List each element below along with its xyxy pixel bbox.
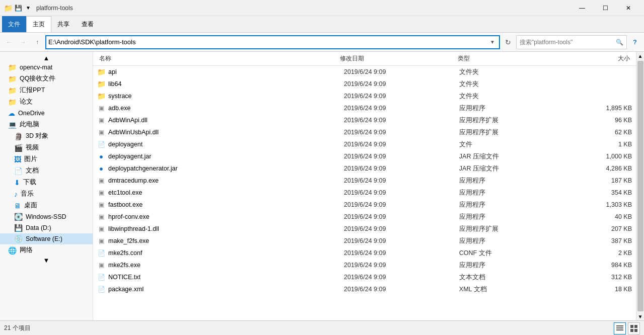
file-type: 文件夹 [459,92,553,101]
folder-icon: 📁 [8,98,17,106]
address-dropdown-icon[interactable]: ▼ [488,39,497,45]
scroll-thumb[interactable] [637,61,643,311]
file-name: package.xml [108,286,344,293]
detail-view-button[interactable] [614,322,626,334]
col-header-size[interactable]: 大小 [552,54,632,63]
forward-button[interactable]: → [17,36,29,48]
vertical-scrollbar[interactable]: ▲ ▼ [636,52,644,320]
sidebar-item-this-pc[interactable]: 💻 此电脑 [0,119,93,130]
maximize-button[interactable]: ☐ [594,0,617,16]
drive-icon: 💾 [14,224,23,232]
file-date: 2019/6/24 9:09 [344,117,459,124]
file-name: fastboot.exe [108,201,344,208]
sidebar-scroll-up[interactable]: ▲ [0,54,93,62]
file-size: 1,895 KB [553,105,632,112]
sidebar-item-3d-objects[interactable]: 🗿 3D 对象 [0,130,93,142]
file-date: 2019/6/24 9:09 [344,80,459,88]
file-name: NOTICE.txt [108,274,344,281]
sidebar-item-data-d[interactable]: 💾 Data (D:) [0,222,93,233]
table-row[interactable]: 📁 api 2019/6/24 9:09 文件夹 [93,66,636,78]
file-size: 984 KB [553,262,632,269]
file-date: 2019/6/24 9:09 [344,153,459,160]
drive-icon: 💽 [14,213,23,221]
tab-share[interactable]: 共享 [51,16,76,32]
table-row[interactable]: ● deployagent.jar 2019/6/24 9:09 JAR 压缩文… [93,150,636,162]
sidebar-item-documents[interactable]: 📄 文档 [0,165,93,177]
file-size: 387 KB [553,237,632,244]
table-row[interactable]: ▣ make_f2fs.exe 2019/6/24 9:09 应用程序 387 … [93,235,636,247]
table-row[interactable]: ▣ adb.exe 2019/6/24 9:09 应用程序 1,895 KB [93,102,636,114]
up-button[interactable]: ↑ [31,36,43,48]
file-type: 应用程序 [459,237,553,245]
address-input-wrap[interactable]: ▼ [45,35,500,49]
file-type: 应用程序扩展 [459,225,553,233]
col-header-type[interactable]: 类型 [456,54,552,63]
sidebar-item-network[interactable]: 🌐 网络 [0,244,93,256]
sidebar-item-software-e[interactable]: 💿 Software (E:) [0,233,93,244]
file-size: 354 KB [553,189,632,196]
table-row[interactable]: 📁 systrace 2019/6/24 9:09 文件夹 [93,90,636,102]
sidebar-item-qq-recv[interactable]: 📁 QQ接收文件 [0,73,93,85]
search-input[interactable] [520,39,616,46]
file-name: mke2fs.exe [108,262,344,269]
tab-view[interactable]: 查看 [76,16,100,32]
title-bar-icons: 📁 💾 ▼ [4,4,32,12]
item-count: 21 个项目 [4,324,31,332]
search-box[interactable]: 🔍 [516,35,627,49]
col-header-name[interactable]: 名称 [97,54,338,63]
picture-icon: 🖼 [14,155,21,163]
sidebar-item-report-ppt[interactable]: 📁 汇报PPT [0,85,93,96]
network-icon: 🌐 [8,246,17,255]
file-type: 应用程序扩展 [459,116,553,125]
sidebar-item-opencv-mat[interactable]: 📁 opencv-mat [0,62,93,73]
main-container: ▲ 📁 opencv-mat 📁 QQ接收文件 📁 汇报PPT 📁 论文 ☁ O… [0,52,644,320]
file-type: 文本文档 [459,273,553,282]
tile-view-button[interactable] [628,322,640,334]
table-row[interactable]: 📄 mke2fs.conf 2019/6/24 9:09 CONF 文件 2 K… [93,247,636,259]
sidebar-item-label: 图片 [24,155,37,163]
table-row[interactable]: 📄 package.xml 2019/6/24 9:09 XML 文档 18 K… [93,283,636,295]
scroll-down-arrow[interactable]: ▼ [636,312,645,320]
table-row[interactable]: ▣ mke2fs.exe 2019/6/24 9:09 应用程序 984 KB [93,259,636,271]
table-row[interactable]: 📁 lib64 2019/6/24 9:09 文件夹 [93,78,636,90]
file-name: AdbWinApi.dll [108,117,344,124]
sidebar-item-music[interactable]: ♪ 音乐 [0,188,93,200]
table-row[interactable]: ▣ etc1tool.exe 2019/6/24 9:09 应用程序 354 K… [93,187,636,199]
file-size: 1,303 KB [553,201,632,208]
back-button[interactable]: ← [3,36,15,48]
sidebar-item-videos[interactable]: 🎬 视频 [0,142,93,153]
table-row[interactable]: ▣ hprof-conv.exe 2019/6/24 9:09 应用程序 40 … [93,211,636,223]
minimize-button[interactable]: — [570,0,594,16]
sidebar-item-pictures[interactable]: 🖼 图片 [0,153,93,165]
sidebar-item-onedrive[interactable]: ☁ OneDrive [0,108,93,119]
sidebar-item-downloads[interactable]: ⬇ 下载 [0,177,93,188]
sidebar-item-label: 此电脑 [20,120,39,129]
file-name: dmtracedump.exe [108,177,344,184]
sidebar-item-thesis[interactable]: 📁 论文 [0,96,93,108]
tab-file[interactable]: 文件 [2,16,26,32]
table-row[interactable]: ▣ AdbWinApi.dll 2019/6/24 9:09 应用程序扩展 96… [93,114,636,126]
file-size: 1 KB [553,141,632,148]
sidebar-item-windows-ssd[interactable]: 💽 Windows-SSD [0,211,93,222]
file-size: 187 KB [553,177,632,184]
ribbon: 文件 主页 共享 查看 [0,16,644,33]
file-type: 应用程序 [459,104,553,113]
table-row[interactable]: ▣ fastboot.exe 2019/6/24 9:09 应用程序 1,303… [93,199,636,211]
scroll-up-arrow[interactable]: ▲ [636,52,645,60]
sidebar-item-desktop[interactable]: 🖥 桌面 [0,200,93,211]
table-row[interactable]: ▣ dmtracedump.exe 2019/6/24 9:09 应用程序 18… [93,175,636,187]
tab-home[interactable]: 主页 [26,16,51,32]
folder-icon: 📁 [4,4,12,12]
help-button[interactable]: ? [629,36,641,48]
table-row[interactable]: ● deploypatchgenerator.jar 2019/6/24 9:0… [93,162,636,175]
file-type: XML 文档 [459,285,553,294]
sidebar-scroll-down[interactable]: ▼ [0,256,93,264]
address-input[interactable] [48,38,488,46]
col-header-date[interactable]: 修改日期 [338,54,456,63]
table-row[interactable]: ▣ AdbWinUsbApi.dll 2019/6/24 9:09 应用程序扩展… [93,126,636,138]
close-button[interactable]: ✕ [617,0,640,16]
table-row[interactable]: 📄 NOTICE.txt 2019/6/24 9:09 文本文档 312 KB [93,271,636,283]
refresh-button[interactable]: ↻ [502,36,514,48]
table-row[interactable]: 📄 deployagent 2019/6/24 9:09 文件 1 KB [93,138,636,150]
table-row[interactable]: ▣ libwinpthread-1.dll 2019/6/24 9:09 应用程… [93,223,636,235]
